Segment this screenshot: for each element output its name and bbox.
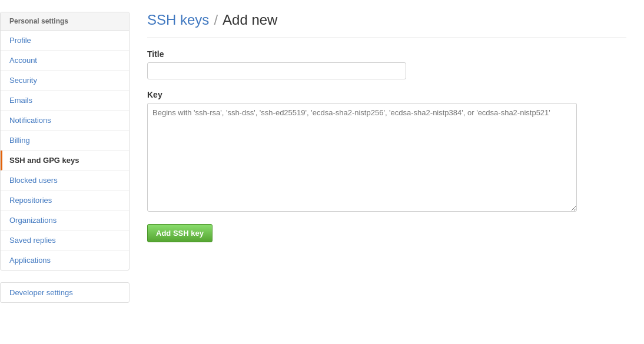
key-label: Key bbox=[147, 90, 626, 99]
breadcrumb-link[interactable]: SSH keys bbox=[147, 12, 209, 28]
sidebar-item-developer-settings[interactable]: Developer settings bbox=[1, 283, 129, 302]
sidebar-item-blocked-users[interactable]: Blocked users bbox=[1, 171, 129, 191]
main-content: SSH keys / Add new Title Key Add SSH key bbox=[130, 0, 644, 344]
key-textarea[interactable] bbox=[147, 103, 577, 212]
add-ssh-key-button[interactable]: Add SSH key bbox=[147, 224, 213, 242]
sidebar-item-account[interactable]: Account bbox=[1, 51, 129, 71]
sidebar-item-saved-replies[interactable]: Saved replies bbox=[1, 231, 129, 251]
breadcrumb-separator: / bbox=[214, 12, 218, 28]
sidebar-item-security[interactable]: Security bbox=[1, 71, 129, 91]
title-input[interactable] bbox=[147, 62, 406, 79]
key-group: Key bbox=[147, 90, 626, 213]
sidebar-item-repositories[interactable]: Repositories bbox=[1, 191, 129, 211]
sidebar-item-profile[interactable]: Profile bbox=[1, 31, 129, 51]
sidebar-item-notifications[interactable]: Notifications bbox=[1, 111, 129, 131]
sidebar-item-billing[interactable]: Billing bbox=[1, 131, 129, 151]
sidebar-item-emails[interactable]: Emails bbox=[1, 91, 129, 111]
sidebar-item-applications[interactable]: Applications bbox=[1, 251, 129, 270]
page-header: SSH keys / Add new bbox=[147, 12, 626, 38]
developer-settings-section: Developer settings bbox=[0, 282, 130, 303]
sidebar-item-ssh-gpg-keys[interactable]: SSH and GPG keys bbox=[1, 151, 129, 171]
sidebar-item-organizations[interactable]: Organizations bbox=[1, 211, 129, 231]
sidebar: Personal settings Profile Account Securi… bbox=[0, 0, 130, 344]
personal-settings-header: Personal settings bbox=[1, 12, 129, 31]
breadcrumb-current: Add new bbox=[223, 12, 277, 28]
title-label: Title bbox=[147, 49, 626, 59]
personal-settings-section: Personal settings Profile Account Securi… bbox=[0, 12, 130, 270]
title-group: Title bbox=[147, 49, 626, 79]
